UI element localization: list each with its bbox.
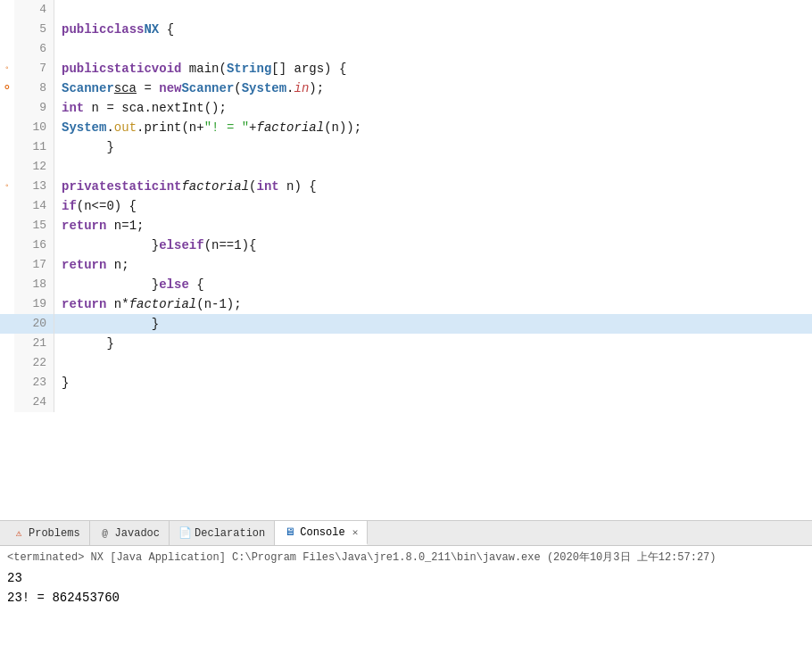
line-content-13: private static int factorial(int n) { [54, 177, 317, 196]
gutter-14 [0, 196, 14, 216]
code-line-4: 4 [0, 0, 812, 20]
tab-console[interactable]: 🖥 Console ✕ [275, 521, 368, 545]
code-line-20: 20 } [0, 314, 812, 334]
gutter-23 [0, 373, 14, 393]
code-line-12: 12 [0, 157, 812, 177]
console-terminated-line: <terminated> NX [Java Application] C:\Pr… [7, 550, 805, 565]
code-line-15: 15 return n=1; [0, 216, 812, 236]
code-line-17: 17 return n; [0, 255, 812, 275]
gutter-19 [0, 294, 14, 314]
line-content-16: }else if(n==1){ [54, 236, 256, 255]
line-content-4 [54, 0, 62, 20]
code-line-23: 23 } [0, 373, 812, 393]
line-num-9: 9 [14, 98, 54, 118]
line-content-19: return n*factorial(n-1); [54, 294, 242, 314]
gutter-12 [0, 157, 14, 177]
line-content-10: System.out.print(n+"! = "+factorial(n)); [54, 118, 361, 137]
gutter-5 [0, 20, 14, 39]
gutter-11 [0, 137, 14, 157]
code-line-13: ◦ 13 private static int factorial(int n)… [0, 177, 812, 196]
tab-problems-label: Problems [29, 527, 80, 540]
code-line-16: 16 }else if(n==1){ [0, 236, 812, 255]
gutter-8: ⚬ [0, 79, 14, 98]
tab-javadoc-label: Javadoc [115, 527, 160, 540]
gutter-10 [0, 118, 14, 137]
line-content-9: int n = sca.nextInt(); [54, 98, 227, 118]
gutter-16 [0, 236, 14, 255]
line-num-20: 20 [14, 314, 54, 334]
gutter-15 [0, 216, 14, 236]
code-line-7: ◦ 7 public static void main(String[] arg… [0, 59, 812, 79]
tab-declaration-label: Declaration [195, 527, 265, 540]
gutter-7: ◦ [0, 59, 14, 79]
line-num-21: 21 [14, 334, 54, 353]
line-content-6 [54, 39, 62, 59]
tab-problems[interactable]: ⚠ Problems [4, 521, 90, 545]
editor-area: 4 5 public class NX { 6 ◦ 7 public stati… [0, 0, 812, 520]
line-content-5: public class NX { [54, 20, 174, 39]
tab-javadoc[interactable]: @ Javadoc [90, 521, 170, 545]
line-num-7: 7 [14, 59, 54, 79]
code-line-6: 6 [0, 39, 812, 59]
line-num-15: 15 [14, 216, 54, 236]
gutter-22 [0, 353, 14, 373]
line-num-11: 11 [14, 137, 54, 157]
code-line-14: 14 if(n<=0) { [0, 196, 812, 216]
line-content-14: if(n<=0) { [54, 196, 137, 216]
tabs-bar: ⚠ Problems @ Javadoc 📄 Declaration 🖥 Con… [0, 521, 812, 546]
gutter-21 [0, 334, 14, 353]
line-content-18: }else { [54, 275, 204, 294]
console-output-line2: 23! = 862453760 [7, 588, 805, 608]
gutter-13: ◦ [0, 177, 14, 196]
line-num-5: 5 [14, 20, 54, 39]
line-content-12 [54, 157, 62, 177]
bottom-panel: ⚠ Problems @ Javadoc 📄 Declaration 🖥 Con… [0, 520, 812, 645]
console-icon: 🖥 [284, 526, 296, 539]
gutter-17 [0, 255, 14, 275]
problems-icon: ⚠ [12, 527, 25, 540]
line-content-20: } [54, 314, 159, 334]
line-num-19: 19 [14, 294, 54, 314]
console-close-icon[interactable]: ✕ [352, 526, 359, 538]
line-content-7: public static void main(String[] args) { [54, 59, 346, 79]
tab-console-label: Console [300, 526, 344, 539]
line-num-24: 24 [14, 393, 54, 412]
gutter-18 [0, 275, 14, 294]
line-num-14: 14 [14, 196, 54, 216]
code-line-11: 11 } [0, 137, 812, 157]
line-num-13: 13 [14, 177, 54, 196]
line-num-17: 17 [14, 255, 54, 275]
tab-declaration[interactable]: 📄 Declaration [170, 521, 275, 545]
code-line-21: 21 } [0, 334, 812, 353]
line-num-8: 8 [14, 79, 54, 98]
code-line-19: 19 return n*factorial(n-1); [0, 294, 812, 314]
line-content-8: Scanner sca = new Scanner(System.in); [54, 79, 324, 98]
code-line-18: 18 }else { [0, 275, 812, 294]
code-line-5: 5 public class NX { [0, 20, 812, 39]
line-content-15: return n=1; [54, 216, 144, 236]
gutter-4 [0, 0, 14, 20]
gutter-20 [0, 314, 14, 334]
line-num-12: 12 [14, 157, 54, 177]
line-content-11: } [54, 137, 114, 157]
code-line-10: 10 System.out.print(n+"! = "+factorial(n… [0, 118, 812, 137]
line-content-23: } [54, 373, 69, 393]
gutter-9 [0, 98, 14, 118]
line-num-16: 16 [14, 236, 54, 255]
gutter-24 [0, 393, 14, 412]
line-num-10: 10 [14, 118, 54, 137]
line-num-6: 6 [14, 39, 54, 59]
code-container: 4 5 public class NX { 6 ◦ 7 public stati… [0, 0, 812, 520]
line-content-21: } [54, 334, 114, 353]
declaration-icon: 📄 [178, 527, 191, 540]
code-line-24: 24 [0, 393, 812, 412]
console-content: <terminated> NX [Java Application] C:\Pr… [0, 546, 812, 645]
line-content-17: return n; [54, 255, 129, 275]
code-line-22: 22 [0, 353, 812, 373]
line-num-18: 18 [14, 275, 54, 294]
javadoc-icon: @ [99, 527, 112, 540]
line-num-23: 23 [14, 373, 54, 393]
line-num-22: 22 [14, 353, 54, 373]
code-line-8: ⚬ 8 Scanner sca = new Scanner(System.in)… [0, 79, 812, 98]
line-content-22 [54, 353, 62, 373]
